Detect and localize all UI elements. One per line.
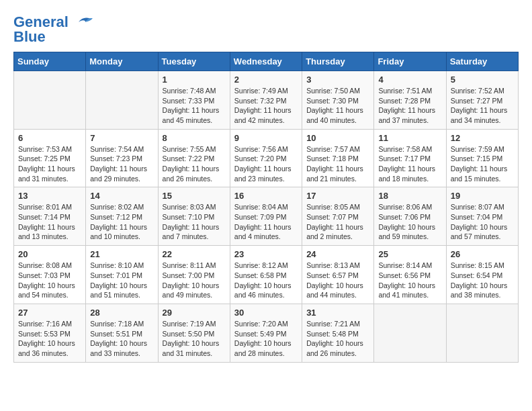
day-number: 25 bbox=[378, 249, 441, 259]
info-line: Sunrise: 7:59 AM bbox=[451, 144, 514, 154]
info-line: and 7 minutes. bbox=[163, 232, 226, 242]
weekday-header: Tuesday bbox=[158, 52, 230, 71]
info-line: and 23 minutes. bbox=[234, 174, 298, 184]
day-info: Sunrise: 8:14 AMSunset: 6:56 PMDaylight:… bbox=[378, 261, 441, 300]
info-line: and 21 minutes. bbox=[306, 174, 369, 184]
info-line: Sunset: 7:00 PM bbox=[163, 271, 226, 281]
day-info: Sunrise: 8:10 AMSunset: 7:01 PMDaylight:… bbox=[90, 261, 153, 300]
info-line: Daylight: 10 hours bbox=[378, 222, 441, 232]
info-line: Daylight: 11 hours bbox=[90, 222, 153, 232]
day-number: 28 bbox=[90, 308, 153, 318]
day-info: Sunrise: 8:12 AMSunset: 6:58 PMDaylight:… bbox=[234, 261, 298, 300]
info-line: Sunset: 7:03 PM bbox=[18, 271, 81, 281]
info-line: and 34 minutes. bbox=[451, 116, 514, 126]
info-line: Sunset: 7:18 PM bbox=[306, 154, 369, 164]
info-line: and 37 minutes. bbox=[378, 116, 441, 126]
info-line: Daylight: 11 hours bbox=[163, 164, 226, 174]
info-line: Daylight: 11 hours bbox=[306, 164, 369, 174]
day-number: 6 bbox=[18, 133, 81, 143]
day-number: 21 bbox=[90, 249, 153, 259]
info-line: Sunset: 7:04 PM bbox=[451, 212, 514, 222]
calendar-cell: 27Sunrise: 7:16 AMSunset: 5:53 PMDayligh… bbox=[14, 304, 86, 362]
calendar-cell: 25Sunrise: 8:14 AMSunset: 6:56 PMDayligh… bbox=[374, 246, 446, 304]
info-line: Sunset: 6:56 PM bbox=[378, 271, 441, 281]
info-line: and 57 minutes. bbox=[451, 232, 514, 242]
calendar-cell bbox=[446, 304, 518, 362]
info-line: Sunrise: 8:04 AM bbox=[234, 202, 298, 212]
info-line: and 26 minutes. bbox=[306, 349, 369, 359]
info-line: Daylight: 10 hours bbox=[234, 338, 298, 349]
calendar-cell: 12Sunrise: 7:59 AMSunset: 7:15 PMDayligh… bbox=[446, 129, 518, 187]
day-number: 4 bbox=[378, 75, 441, 85]
info-line: Sunrise: 8:10 AM bbox=[90, 261, 153, 271]
info-line: Daylight: 11 hours bbox=[378, 105, 441, 116]
day-number: 3 bbox=[306, 75, 369, 85]
info-line: and 59 minutes. bbox=[378, 232, 441, 242]
info-line: Sunset: 7:09 PM bbox=[234, 212, 298, 222]
info-line: and 38 minutes. bbox=[451, 290, 514, 300]
calendar-row: 27Sunrise: 7:16 AMSunset: 5:53 PMDayligh… bbox=[14, 304, 519, 362]
day-info: Sunrise: 8:05 AMSunset: 7:07 PMDaylight:… bbox=[306, 202, 369, 242]
calendar-cell: 7Sunrise: 7:54 AMSunset: 7:23 PMDaylight… bbox=[86, 129, 158, 187]
info-line: Daylight: 11 hours bbox=[378, 164, 441, 174]
info-line: Sunset: 7:07 PM bbox=[306, 212, 369, 222]
info-line: Sunset: 5:51 PM bbox=[90, 329, 153, 339]
day-info: Sunrise: 8:13 AMSunset: 6:57 PMDaylight:… bbox=[306, 261, 369, 300]
info-line: Daylight: 10 hours bbox=[163, 281, 226, 291]
calendar-row: 1Sunrise: 7:48 AMSunset: 7:33 PMDaylight… bbox=[14, 71, 519, 129]
weekday-header: Sunday bbox=[14, 52, 86, 71]
day-number: 13 bbox=[18, 191, 81, 201]
info-line: Daylight: 11 hours bbox=[18, 164, 81, 174]
day-info: Sunrise: 7:50 AMSunset: 7:30 PMDaylight:… bbox=[306, 86, 369, 126]
calendar-row: 13Sunrise: 8:01 AMSunset: 7:14 PMDayligh… bbox=[14, 187, 519, 246]
info-line: Sunrise: 7:19 AM bbox=[163, 319, 226, 329]
day-info: Sunrise: 8:02 AMSunset: 7:12 PMDaylight:… bbox=[90, 202, 153, 242]
day-info: Sunrise: 8:06 AMSunset: 7:06 PMDaylight:… bbox=[378, 202, 441, 242]
info-line: and 13 minutes. bbox=[18, 232, 81, 242]
day-info: Sunrise: 7:49 AMSunset: 7:32 PMDaylight:… bbox=[234, 86, 298, 126]
info-line: Sunset: 7:28 PM bbox=[378, 96, 441, 106]
calendar-row: 20Sunrise: 8:08 AMSunset: 7:03 PMDayligh… bbox=[14, 246, 519, 304]
calendar-cell: 13Sunrise: 8:01 AMSunset: 7:14 PMDayligh… bbox=[14, 187, 86, 246]
calendar-cell: 6Sunrise: 7:53 AMSunset: 7:25 PMDaylight… bbox=[14, 129, 86, 187]
calendar-cell: 9Sunrise: 7:56 AMSunset: 7:20 PMDaylight… bbox=[230, 129, 302, 187]
day-info: Sunrise: 7:59 AMSunset: 7:15 PMDaylight:… bbox=[451, 144, 514, 184]
info-line: and 28 minutes. bbox=[234, 349, 298, 359]
day-number: 30 bbox=[234, 308, 298, 318]
info-line: Sunset: 7:14 PM bbox=[18, 212, 81, 222]
day-info: Sunrise: 8:11 AMSunset: 7:00 PMDaylight:… bbox=[163, 261, 226, 300]
day-info: Sunrise: 7:19 AMSunset: 5:50 PMDaylight:… bbox=[163, 319, 226, 359]
info-line: and 42 minutes. bbox=[234, 116, 298, 126]
info-line: Daylight: 11 hours bbox=[163, 105, 226, 116]
info-line: Daylight: 10 hours bbox=[90, 281, 153, 291]
info-line: Sunrise: 8:15 AM bbox=[451, 261, 514, 271]
day-info: Sunrise: 7:57 AMSunset: 7:18 PMDaylight:… bbox=[306, 144, 369, 184]
calendar-cell: 18Sunrise: 8:06 AMSunset: 7:06 PMDayligh… bbox=[374, 187, 446, 246]
info-line: Sunrise: 8:11 AM bbox=[163, 261, 226, 271]
info-line: Sunrise: 8:01 AM bbox=[18, 202, 81, 212]
calendar-cell: 11Sunrise: 7:58 AMSunset: 7:17 PMDayligh… bbox=[374, 129, 446, 187]
info-line: and 15 minutes. bbox=[451, 174, 514, 184]
info-line: Sunrise: 7:51 AM bbox=[378, 86, 441, 96]
day-info: Sunrise: 8:07 AMSunset: 7:04 PMDaylight:… bbox=[451, 202, 514, 242]
info-line: and 46 minutes. bbox=[234, 290, 298, 300]
info-line: Sunrise: 7:55 AM bbox=[163, 144, 226, 154]
info-line: Sunset: 7:12 PM bbox=[90, 212, 153, 222]
calendar-cell bbox=[374, 304, 446, 362]
info-line: Daylight: 11 hours bbox=[306, 222, 369, 232]
calendar-cell: 4Sunrise: 7:51 AMSunset: 7:28 PMDaylight… bbox=[374, 71, 446, 129]
day-number: 12 bbox=[451, 133, 514, 143]
info-line: Daylight: 10 hours bbox=[451, 222, 514, 232]
info-line: Sunrise: 8:02 AM bbox=[90, 202, 153, 212]
info-line: Daylight: 10 hours bbox=[306, 281, 369, 291]
info-line: Sunset: 7:10 PM bbox=[163, 212, 226, 222]
weekday-header: Thursday bbox=[302, 52, 374, 71]
info-line: Daylight: 10 hours bbox=[234, 281, 298, 291]
info-line: Sunrise: 7:48 AM bbox=[163, 86, 226, 96]
info-line: and 41 minutes. bbox=[378, 290, 441, 300]
info-line: Daylight: 11 hours bbox=[234, 222, 298, 232]
info-line: Sunrise: 7:50 AM bbox=[306, 86, 369, 96]
info-line: Sunset: 7:25 PM bbox=[18, 154, 81, 164]
info-line: Sunrise: 8:05 AM bbox=[306, 202, 369, 212]
day-number: 19 bbox=[451, 191, 514, 201]
